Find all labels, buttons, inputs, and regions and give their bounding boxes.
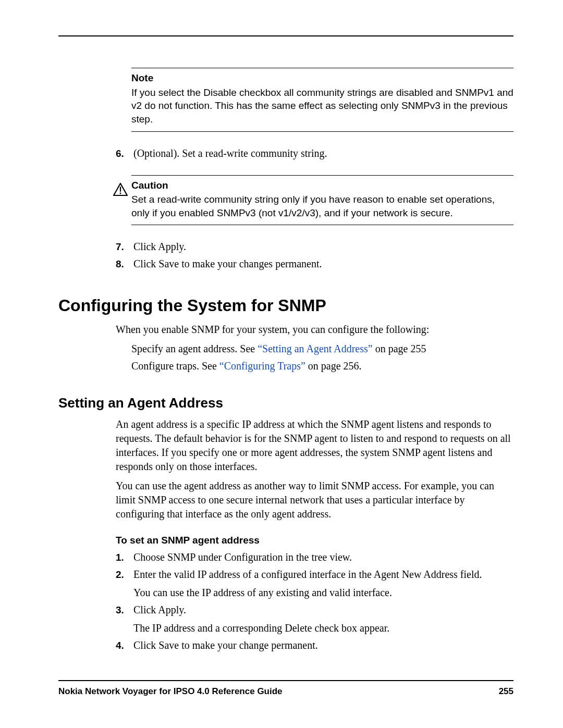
- page: Note If you select the Disable checkbox …: [0, 0, 563, 728]
- footer-rule: [58, 680, 513, 681]
- step-3: 3. Click Apply. The IP address and a cor…: [116, 603, 513, 635]
- heading-configuring-system-for-snmp: Configuring the System for SNMP: [58, 296, 513, 315]
- callout-top-rule: [131, 68, 513, 68]
- step-4: 4. Click Save to make your change perman…: [116, 638, 513, 652]
- step-subtext: The IP address and a corresponding Delet…: [133, 621, 513, 635]
- step-2: 2. Enter the valid IP address of a confi…: [116, 567, 513, 600]
- caution-title: Caution: [131, 179, 513, 192]
- step-number: 8.: [116, 257, 133, 271]
- step-text: Click Save to make your changes permanen…: [133, 257, 513, 271]
- bullet-text-post: on page 255: [373, 343, 426, 354]
- step-7: 7. Click Apply.: [116, 240, 513, 254]
- caution-icon: [113, 182, 128, 197]
- bullet-text-pre: Configure traps. See: [131, 360, 219, 372]
- step-list: 7. Click Apply. 8. Click Save to make yo…: [116, 240, 513, 271]
- page-footer: Nokia Network Voyager for IPSO 4.0 Refer…: [58, 680, 513, 697]
- page-number: 255: [499, 686, 513, 697]
- intro-bullets: Specify an agent address. See “Setting a…: [131, 341, 513, 374]
- step-list: 6. (Optional). Set a read-write communit…: [116, 146, 513, 161]
- agent-paragraph-2: You can use the agent address as another…: [116, 479, 513, 521]
- note-callout: Note If you select the Disable checkbox …: [116, 68, 513, 132]
- step-8: 8. Click Save to make your changes perma…: [116, 257, 513, 271]
- footer-title: Nokia Network Voyager for IPSO 4.0 Refer…: [58, 686, 283, 697]
- svg-point-2: [120, 192, 121, 194]
- agent-paragraph-1: An agent address is a specific IP addres…: [116, 417, 513, 474]
- task-heading: To set an SNMP agent address: [116, 535, 513, 546]
- step-text: Click Save to make your change permanent…: [133, 638, 513, 652]
- bullet-text-post: on page 256.: [305, 360, 362, 372]
- step-text: (Optional). Set a read-write community s…: [133, 146, 513, 161]
- step-6: 6. (Optional). Set a read-write communit…: [116, 146, 513, 161]
- step-number: 1.: [116, 550, 133, 564]
- step-text: Choose SNMP under Configuration in the t…: [133, 550, 513, 564]
- step-text: Click Apply. The IP address and a corres…: [133, 603, 513, 635]
- xref-configuring-traps[interactable]: “Configuring Traps”: [219, 360, 305, 372]
- list-item: Specify an agent address. See “Setting a…: [131, 341, 513, 357]
- header-rule: [58, 35, 513, 36]
- callout-bottom-rule: [131, 131, 513, 132]
- step-number: 6.: [116, 146, 133, 161]
- step-number: 2.: [116, 567, 133, 600]
- heading-setting-agent-address: Setting an Agent Address: [58, 395, 513, 411]
- agent-step-list: 1. Choose SNMP under Configuration in th…: [116, 550, 513, 652]
- caution-callout: Caution Set a read-write community strin…: [116, 175, 513, 226]
- note-body: If you select the Disable checkbox all c…: [131, 86, 513, 126]
- step-number: 4.: [116, 638, 133, 652]
- caution-body: Set a read-write community string only i…: [131, 193, 513, 219]
- content-area: Note If you select the Disable checkbox …: [58, 68, 513, 652]
- bullet-text-pre: Specify an agent address. See: [131, 343, 258, 354]
- step-number: 3.: [116, 603, 133, 635]
- callout-bottom-rule: [131, 225, 513, 225]
- step-subtext: You can use the IP address of any existi…: [133, 586, 513, 600]
- step-number: 7.: [116, 240, 133, 254]
- footer-bar: Nokia Network Voyager for IPSO 4.0 Refer…: [58, 686, 513, 697]
- step-text: Click Apply.: [133, 240, 513, 254]
- list-item: Configure traps. See “Configuring Traps”…: [131, 358, 513, 374]
- step-1: 1. Choose SNMP under Configuration in th…: [116, 550, 513, 564]
- callout-top-rule: [131, 175, 513, 176]
- step-text-main: Click Apply.: [133, 604, 186, 615]
- xref-setting-agent-address[interactable]: “Setting an Agent Address”: [258, 343, 373, 354]
- step-text-main: Enter the valid IP address of a configur…: [133, 569, 482, 580]
- step-text: Enter the valid IP address of a configur…: [133, 567, 513, 600]
- note-title: Note: [131, 71, 513, 85]
- intro-paragraph: When you enable SNMP for your system, yo…: [116, 323, 513, 337]
